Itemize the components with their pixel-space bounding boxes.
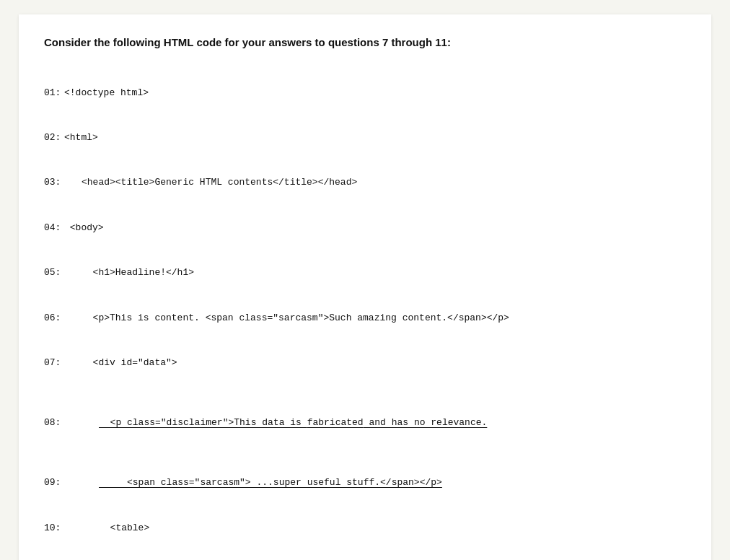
code-content-10: <table> [99, 521, 149, 536]
code-content-09: <span class="sarcasm"> ...super useful s… [99, 476, 442, 491]
line-num-08: 08: [44, 416, 64, 431]
code-line-03: 03: <head><title>Generic HTML contents</… [44, 175, 686, 191]
code-block: 01: <!doctype html> 02: <html> 03: <head… [44, 56, 686, 560]
line-num-03: 03: [44, 175, 64, 191]
line-num-10: 10: [44, 521, 64, 536]
line-num-01: 01: [44, 86, 64, 101]
code-line-02: 02: <html> [44, 131, 686, 146]
code-line-08: 08: <p class="disclaimer">This data is f… [44, 416, 686, 431]
code-content-04: <body> [64, 221, 104, 236]
code-content-05: <h1>Headline!</h1> [82, 266, 194, 281]
code-content-07: <div id="data"> [82, 356, 177, 371]
code-line-01: 01: <!doctype html> [44, 86, 686, 101]
code-content-03: <head><title>Generic HTML contents</titl… [82, 175, 357, 191]
code-line-04: 04: <body> [44, 221, 686, 236]
intro-heading: Consider the following HTML code for you… [44, 36, 686, 48]
code-line-06: 06: <p>This is content. <span class="sar… [44, 311, 686, 326]
code-content-06: <p>This is content. <span class="sarcasm… [82, 311, 509, 326]
code-content-08: <p class="disclaimer">This data is fabri… [99, 416, 487, 431]
line-num-07: 07: [44, 356, 64, 371]
code-content-01: <!doctype html> [64, 86, 149, 101]
code-line-09: 09: <span class="sarcasm"> ...super usef… [44, 476, 686, 491]
code-line-10: 10: <table> [44, 521, 686, 536]
code-line-07: 07: <div id="data"> [44, 356, 686, 371]
line-num-02: 02: [44, 131, 64, 146]
line-num-09: 09: [44, 476, 64, 491]
code-content-02: <html> [64, 131, 98, 146]
page-container: Consider the following HTML code for you… [19, 14, 711, 560]
line-num-04: 04: [44, 221, 64, 236]
code-line-05: 05: <h1>Headline!</h1> [44, 266, 686, 281]
line-num-06: 06: [44, 311, 64, 326]
line-num-05: 05: [44, 266, 64, 281]
